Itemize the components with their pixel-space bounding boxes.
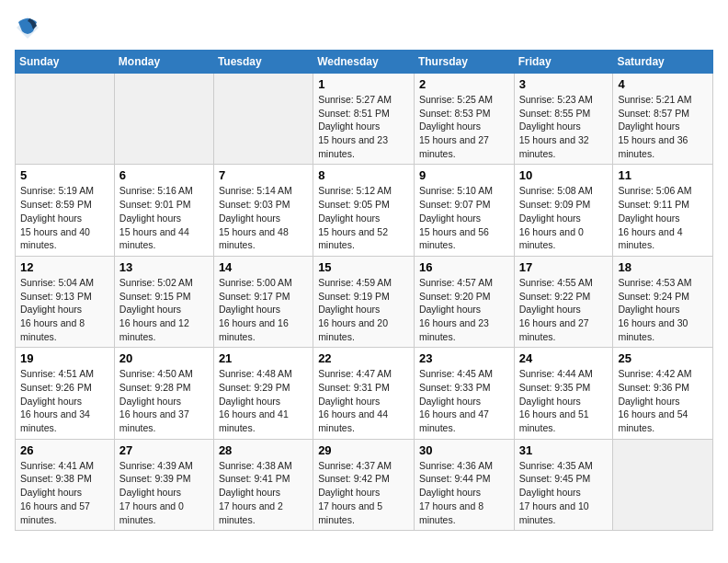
calendar-cell: 8 Sunrise: 5:12 AM Sunset: 9:05 PM Dayli… xyxy=(313,165,415,256)
day-number: 5 xyxy=(20,168,109,182)
day-number: 30 xyxy=(419,443,509,457)
day-info: Sunrise: 4:35 AM Sunset: 9:45 PM Dayligh… xyxy=(519,459,609,526)
day-info: Sunrise: 5:08 AM Sunset: 9:09 PM Dayligh… xyxy=(519,184,609,251)
day-number: 22 xyxy=(318,351,409,365)
day-number: 17 xyxy=(519,260,609,274)
calendar-cell: 14 Sunrise: 5:00 AM Sunset: 9:17 PM Dayl… xyxy=(213,256,313,347)
day-info: Sunrise: 4:41 AM Sunset: 9:38 PM Dayligh… xyxy=(20,459,109,526)
weekday-header: Tuesday xyxy=(213,51,313,74)
weekday-header: Saturday xyxy=(613,51,713,74)
day-number: 29 xyxy=(318,443,409,457)
page-header xyxy=(15,15,713,40)
calendar-cell: 11 Sunrise: 5:06 AM Sunset: 9:11 PM Dayl… xyxy=(613,165,713,256)
calendar-cell: 29 Sunrise: 4:37 AM Sunset: 9:42 PM Dayl… xyxy=(313,439,415,530)
calendar-cell: 20 Sunrise: 4:50 AM Sunset: 9:28 PM Dayl… xyxy=(114,348,213,439)
day-info: Sunrise: 4:51 AM Sunset: 9:26 PM Dayligh… xyxy=(20,367,109,434)
day-number: 10 xyxy=(519,168,609,182)
calendar-cell: 13 Sunrise: 5:02 AM Sunset: 9:15 PM Dayl… xyxy=(114,256,213,347)
calendar-cell xyxy=(114,74,213,165)
day-number: 18 xyxy=(618,260,708,274)
logo-icon xyxy=(15,15,40,40)
day-info: Sunrise: 4:53 AM Sunset: 9:24 PM Dayligh… xyxy=(618,276,708,343)
calendar-cell: 25 Sunrise: 4:42 AM Sunset: 9:36 PM Dayl… xyxy=(613,348,713,439)
calendar-cell: 2 Sunrise: 5:25 AM Sunset: 8:53 PM Dayli… xyxy=(414,74,514,165)
day-number: 12 xyxy=(20,260,109,274)
calendar-cell: 24 Sunrise: 4:44 AM Sunset: 9:35 PM Dayl… xyxy=(514,348,613,439)
calendar-cell: 31 Sunrise: 4:35 AM Sunset: 9:45 PM Dayl… xyxy=(514,439,613,530)
calendar-cell: 6 Sunrise: 5:16 AM Sunset: 9:01 PM Dayli… xyxy=(114,165,213,256)
day-number: 6 xyxy=(119,168,209,182)
day-info: Sunrise: 5:27 AM Sunset: 8:51 PM Dayligh… xyxy=(318,93,409,160)
day-number: 28 xyxy=(219,443,308,457)
calendar-cell: 28 Sunrise: 4:38 AM Sunset: 9:41 PM Dayl… xyxy=(213,439,313,530)
calendar-cell: 3 Sunrise: 5:23 AM Sunset: 8:55 PM Dayli… xyxy=(514,74,613,165)
day-number: 11 xyxy=(618,168,708,182)
day-number: 25 xyxy=(618,351,708,365)
calendar-cell: 30 Sunrise: 4:36 AM Sunset: 9:44 PM Dayl… xyxy=(414,439,514,530)
day-number: 20 xyxy=(119,351,209,365)
day-number: 24 xyxy=(519,351,609,365)
day-number: 16 xyxy=(419,260,509,274)
day-info: Sunrise: 5:00 AM Sunset: 9:17 PM Dayligh… xyxy=(219,276,308,343)
day-info: Sunrise: 4:39 AM Sunset: 9:39 PM Dayligh… xyxy=(119,459,209,526)
day-info: Sunrise: 4:36 AM Sunset: 9:44 PM Dayligh… xyxy=(419,459,509,526)
calendar-cell: 4 Sunrise: 5:21 AM Sunset: 8:57 PM Dayli… xyxy=(613,74,713,165)
day-info: Sunrise: 5:23 AM Sunset: 8:55 PM Dayligh… xyxy=(519,93,609,160)
day-number: 14 xyxy=(219,260,308,274)
day-number: 23 xyxy=(419,351,509,365)
calendar-cell: 18 Sunrise: 4:53 AM Sunset: 9:24 PM Dayl… xyxy=(613,256,713,347)
day-number: 15 xyxy=(318,260,409,274)
day-info: Sunrise: 5:02 AM Sunset: 9:15 PM Dayligh… xyxy=(119,276,209,343)
day-info: Sunrise: 4:48 AM Sunset: 9:29 PM Dayligh… xyxy=(219,367,308,434)
calendar-cell: 1 Sunrise: 5:27 AM Sunset: 8:51 PM Dayli… xyxy=(313,74,415,165)
calendar-cell: 10 Sunrise: 5:08 AM Sunset: 9:09 PM Dayl… xyxy=(514,165,613,256)
day-info: Sunrise: 5:21 AM Sunset: 8:57 PM Dayligh… xyxy=(618,93,708,160)
day-info: Sunrise: 4:47 AM Sunset: 9:31 PM Dayligh… xyxy=(318,367,409,434)
calendar-cell: 12 Sunrise: 5:04 AM Sunset: 9:13 PM Dayl… xyxy=(16,256,115,347)
day-info: Sunrise: 4:44 AM Sunset: 9:35 PM Dayligh… xyxy=(519,367,609,434)
day-info: Sunrise: 5:10 AM Sunset: 9:07 PM Dayligh… xyxy=(419,184,509,251)
day-info: Sunrise: 4:45 AM Sunset: 9:33 PM Dayligh… xyxy=(419,367,509,434)
day-number: 19 xyxy=(20,351,109,365)
day-number: 31 xyxy=(519,443,609,457)
calendar-cell: 17 Sunrise: 4:55 AM Sunset: 9:22 PM Dayl… xyxy=(514,256,613,347)
day-info: Sunrise: 4:50 AM Sunset: 9:28 PM Dayligh… xyxy=(119,367,209,434)
day-info: Sunrise: 5:25 AM Sunset: 8:53 PM Dayligh… xyxy=(419,93,509,160)
weekday-header: Monday xyxy=(114,51,213,74)
calendar-cell xyxy=(16,74,115,165)
day-info: Sunrise: 4:37 AM Sunset: 9:42 PM Dayligh… xyxy=(318,459,409,526)
day-info: Sunrise: 5:14 AM Sunset: 9:03 PM Dayligh… xyxy=(219,184,308,251)
weekday-header: Wednesday xyxy=(313,51,415,74)
weekday-header: Sunday xyxy=(16,51,115,74)
calendar-week-row: 12 Sunrise: 5:04 AM Sunset: 9:13 PM Dayl… xyxy=(16,256,713,347)
calendar-cell: 7 Sunrise: 5:14 AM Sunset: 9:03 PM Dayli… xyxy=(213,165,313,256)
day-info: Sunrise: 4:38 AM Sunset: 9:41 PM Dayligh… xyxy=(219,459,308,526)
day-number: 26 xyxy=(20,443,109,457)
weekday-header: Friday xyxy=(514,51,613,74)
day-info: Sunrise: 4:42 AM Sunset: 9:36 PM Dayligh… xyxy=(618,367,708,434)
calendar-header-row: SundayMondayTuesdayWednesdayThursdayFrid… xyxy=(16,51,713,74)
calendar-cell: 27 Sunrise: 4:39 AM Sunset: 9:39 PM Dayl… xyxy=(114,439,213,530)
calendar-cell: 15 Sunrise: 4:59 AM Sunset: 9:19 PM Dayl… xyxy=(313,256,415,347)
calendar-week-row: 1 Sunrise: 5:27 AM Sunset: 8:51 PM Dayli… xyxy=(16,74,713,165)
calendar-table: SundayMondayTuesdayWednesdayThursdayFrid… xyxy=(15,50,713,531)
calendar-cell: 5 Sunrise: 5:19 AM Sunset: 8:59 PM Dayli… xyxy=(16,165,115,256)
day-number: 21 xyxy=(219,351,308,365)
calendar-cell: 21 Sunrise: 4:48 AM Sunset: 9:29 PM Dayl… xyxy=(213,348,313,439)
calendar-cell xyxy=(213,74,313,165)
day-info: Sunrise: 5:04 AM Sunset: 9:13 PM Dayligh… xyxy=(20,276,109,343)
day-info: Sunrise: 4:59 AM Sunset: 9:19 PM Dayligh… xyxy=(318,276,409,343)
calendar-week-row: 26 Sunrise: 4:41 AM Sunset: 9:38 PM Dayl… xyxy=(16,439,713,530)
day-info: Sunrise: 5:16 AM Sunset: 9:01 PM Dayligh… xyxy=(119,184,209,251)
day-number: 27 xyxy=(119,443,209,457)
day-info: Sunrise: 5:06 AM Sunset: 9:11 PM Dayligh… xyxy=(618,184,708,251)
day-number: 2 xyxy=(419,77,509,91)
logo xyxy=(15,15,44,40)
day-number: 9 xyxy=(419,168,509,182)
day-number: 13 xyxy=(119,260,209,274)
calendar-week-row: 19 Sunrise: 4:51 AM Sunset: 9:26 PM Dayl… xyxy=(16,348,713,439)
day-number: 3 xyxy=(519,77,609,91)
day-info: Sunrise: 5:19 AM Sunset: 8:59 PM Dayligh… xyxy=(20,184,109,251)
day-info: Sunrise: 5:12 AM Sunset: 9:05 PM Dayligh… xyxy=(318,184,409,251)
calendar-cell: 22 Sunrise: 4:47 AM Sunset: 9:31 PM Dayl… xyxy=(313,348,415,439)
